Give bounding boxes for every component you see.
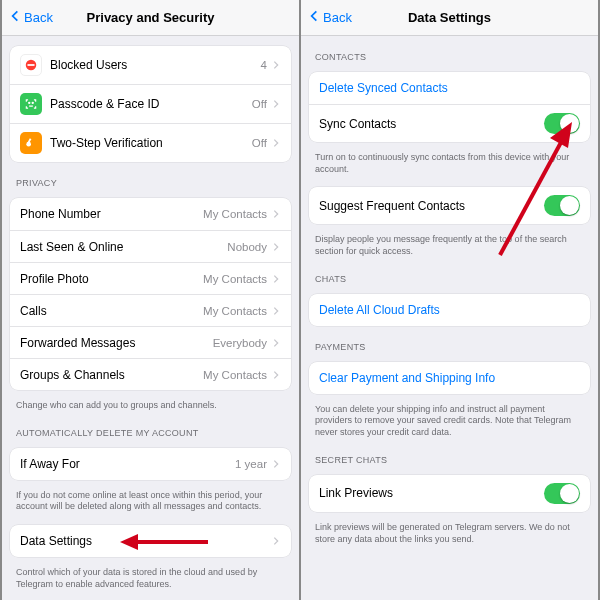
- svg-rect-1: [28, 64, 35, 66]
- key-icon: [20, 132, 42, 154]
- svg-point-3: [32, 102, 33, 103]
- link-footer: Link previews will be generated on Teleg…: [301, 518, 598, 551]
- chats-group: Delete All Cloud Drafts: [309, 294, 590, 326]
- suggest-footer: Display people you message frequently at…: [301, 230, 598, 263]
- passcode-row[interactable]: Passcode & Face ID Off: [10, 84, 291, 123]
- link-previews-toggle[interactable]: [544, 483, 580, 504]
- chevron-left-icon: [8, 9, 22, 26]
- secret-group: Link Previews: [309, 475, 590, 512]
- row-value: 4: [261, 59, 267, 71]
- chevron-right-icon: [271, 536, 281, 546]
- contacts-group: Delete Synced Contacts Sync Contacts: [309, 72, 590, 142]
- phone-number-row[interactable]: Phone NumberMy Contacts: [10, 198, 291, 230]
- delete-synced-contacts-row[interactable]: Delete Synced Contacts: [309, 72, 590, 104]
- blocked-users-row[interactable]: Blocked Users 4: [10, 46, 291, 84]
- row-label: Passcode & Face ID: [50, 97, 252, 111]
- blocked-icon: [20, 54, 42, 76]
- secret-header: SECRET CHATS: [301, 445, 598, 469]
- profile-photo-row[interactable]: Profile PhotoMy Contacts: [10, 262, 291, 294]
- chevron-right-icon: [271, 338, 281, 348]
- sync-contacts-row[interactable]: Sync Contacts: [309, 104, 590, 142]
- chats-header: CHATS: [301, 264, 598, 288]
- groups-channels-row[interactable]: Groups & ChannelsMy Contacts: [10, 358, 291, 390]
- back-button[interactable]: Back: [8, 9, 53, 26]
- autodelete-header: AUTOMATICALLY DELETE MY ACCOUNT: [2, 418, 299, 442]
- data-settings-screen: Back Data Settings CONTACTS Delete Synce…: [300, 0, 600, 600]
- chevron-right-icon: [271, 242, 281, 252]
- chevron-right-icon: [271, 306, 281, 316]
- chevron-right-icon: [271, 138, 281, 148]
- suggest-toggle[interactable]: [544, 195, 580, 216]
- faceid-icon: [20, 93, 42, 115]
- navbar: Back Data Settings: [301, 0, 598, 36]
- link-previews-row[interactable]: Link Previews: [309, 475, 590, 512]
- security-group: Blocked Users 4 Passcode & Face ID Off T…: [10, 46, 291, 162]
- payments-header: PAYMENTS: [301, 332, 598, 356]
- back-button[interactable]: Back: [307, 9, 352, 26]
- back-label: Back: [24, 10, 53, 25]
- if-away-for-row[interactable]: If Away For1 year: [10, 448, 291, 480]
- forwarded-messages-row[interactable]: Forwarded MessagesEverybody: [10, 326, 291, 358]
- back-label: Back: [323, 10, 352, 25]
- sync-contacts-toggle[interactable]: [544, 113, 580, 134]
- chevron-right-icon: [271, 274, 281, 284]
- privacy-security-screen: Back Privacy and Security Blocked Users …: [0, 0, 300, 600]
- privacy-footer: Change who can add you to groups and cha…: [2, 396, 299, 418]
- autodelete-footer: If you do not come online at least once …: [2, 486, 299, 519]
- suggest-group: Suggest Frequent Contacts: [309, 187, 590, 224]
- sync-footer: Turn on to continuously sync contacts fr…: [301, 148, 598, 181]
- privacy-header: PRIVACY: [2, 168, 299, 192]
- page-title: Data Settings: [408, 10, 491, 25]
- chevron-right-icon: [271, 99, 281, 109]
- navbar: Back Privacy and Security: [2, 0, 299, 36]
- clear-payment-row[interactable]: Clear Payment and Shipping Info: [309, 362, 590, 394]
- data-settings-row[interactable]: Data Settings: [10, 525, 291, 557]
- row-label: Blocked Users: [50, 58, 261, 72]
- chevron-right-icon: [271, 370, 281, 380]
- privacy-group: Phone NumberMy Contacts Last Seen & Onli…: [10, 198, 291, 390]
- page-title: Privacy and Security: [87, 10, 215, 25]
- autodelete-group: If Away For1 year: [10, 448, 291, 480]
- data-settings-group: Data Settings: [10, 525, 291, 557]
- row-value: Off: [252, 98, 267, 110]
- payment-footer: You can delete your shipping info and in…: [301, 400, 598, 445]
- chevron-left-icon: [307, 9, 321, 26]
- data-footer: Control which of your data is stored in …: [2, 563, 299, 596]
- calls-row[interactable]: CallsMy Contacts: [10, 294, 291, 326]
- chevron-right-icon: [271, 459, 281, 469]
- svg-point-2: [29, 102, 30, 103]
- last-seen-row[interactable]: Last Seen & OnlineNobody: [10, 230, 291, 262]
- chevron-right-icon: [271, 209, 281, 219]
- two-step-row[interactable]: Two-Step Verification Off: [10, 123, 291, 162]
- row-label: Two-Step Verification: [50, 136, 252, 150]
- payments-group: Clear Payment and Shipping Info: [309, 362, 590, 394]
- delete-drafts-row[interactable]: Delete All Cloud Drafts: [309, 294, 590, 326]
- contacts-header: CONTACTS: [301, 36, 598, 66]
- suggest-frequent-row[interactable]: Suggest Frequent Contacts: [309, 187, 590, 224]
- chevron-right-icon: [271, 60, 281, 70]
- row-value: Off: [252, 137, 267, 149]
